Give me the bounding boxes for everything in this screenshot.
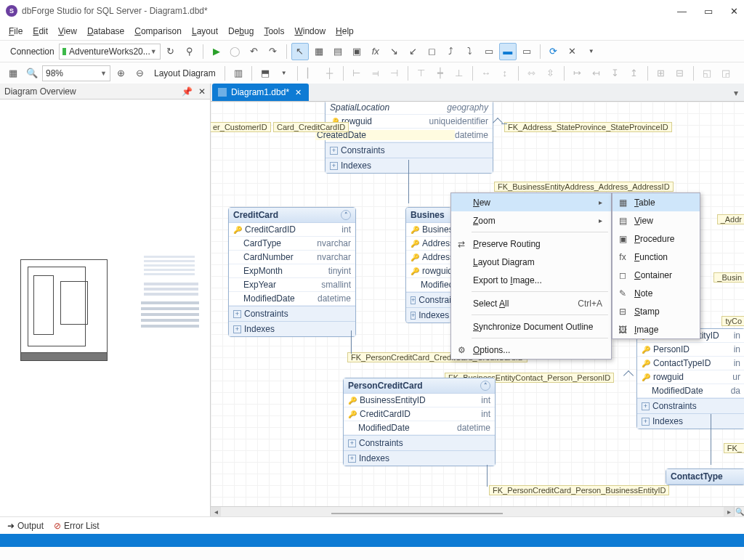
align-v2-icon[interactable]: ┿ [432, 65, 449, 82]
output-tab[interactable]: ➜Output [7, 521, 44, 531]
relation2-tool-icon[interactable]: ↙ [405, 43, 422, 60]
delete-icon[interactable]: ✕ [564, 43, 581, 60]
align-v1-icon[interactable]: ⊤ [413, 65, 430, 82]
stop-icon[interactable]: ◯ [227, 43, 244, 60]
size-w-icon[interactable]: ⇿ [523, 65, 541, 82]
size-h-icon[interactable]: ⇳ [542, 65, 559, 82]
menu-item[interactable]: Export to Image... [451, 271, 611, 289]
menu-item[interactable]: ⇄Preserve Routing [451, 235, 611, 253]
menu-item[interactable]: Zoom▸ [451, 211, 611, 230]
submenu-new[interactable]: ▦Table▤View▣ProcedurefxFunction◻Containe… [612, 192, 700, 339]
entity-business-partial[interactable]: Busines 🔑Business 🔑Address 🔑Address 🔑row… [405, 207, 452, 323]
menu-help[interactable]: Help [336, 26, 354, 36]
dist-h-icon[interactable]: ↔ [477, 65, 495, 82]
align-h1-icon[interactable]: ⊢ [348, 65, 365, 82]
menu-window[interactable]: Window [294, 26, 326, 36]
menu-debug[interactable]: Debug [228, 26, 254, 36]
order1-icon[interactable]: ◱ [698, 65, 716, 82]
zoom-dropdown[interactable]: 98% ▼ [42, 65, 110, 81]
sp1-icon[interactable]: ↦ [569, 65, 586, 82]
menu-file[interactable]: File [9, 26, 23, 36]
stamp-tool-icon[interactable]: ▭ [518, 43, 535, 60]
search-icon[interactable]: 🔍 [23, 65, 41, 82]
entity-contacttype[interactable]: ContactType [666, 468, 744, 485]
order2-icon[interactable]: ◲ [717, 65, 735, 82]
plug-icon[interactable]: ⚲ [181, 43, 198, 60]
image-tool-icon[interactable]: ▭ [480, 43, 498, 60]
error-list-tab[interactable]: ⊘Error List [54, 521, 100, 531]
close-tab-icon[interactable]: ✕ [294, 88, 303, 97]
align-center-icon[interactable]: ┼ [321, 65, 339, 82]
menu-item[interactable]: ▤View [612, 211, 700, 230]
orient1-icon[interactable]: ⬒ [256, 65, 274, 82]
expand-icon[interactable]: + [330, 147, 338, 155]
zoom-in-icon[interactable]: ⊕ [112, 65, 129, 82]
menu-item[interactable]: ⚙Options... [451, 341, 611, 359]
menu-view[interactable]: View [58, 26, 77, 36]
container-tool-icon[interactable]: ◻ [424, 43, 441, 60]
menu-item[interactable]: ⊟Stamp [612, 302, 700, 320]
maximize-button[interactable]: ▭ [704, 6, 713, 17]
context-menu[interactable]: New▸Zoom▸⇄Preserve RoutingLayout Diagram… [450, 192, 612, 360]
entity-creditcard[interactable]: CreditCard˄ 🔑CreditCardIDint CardTypenva… [228, 207, 356, 337]
delete-dd-icon[interactable]: ▼ [583, 43, 600, 60]
menu-item[interactable]: 🖼Image [612, 320, 700, 338]
scroll-left-icon[interactable]: ◂ [211, 507, 221, 517]
table-tool-icon[interactable]: ▦ [310, 43, 328, 60]
sp4-icon[interactable]: ↥ [626, 65, 643, 82]
menu-edit[interactable]: Edit [33, 26, 48, 36]
minimize-button[interactable]: — [677, 6, 687, 17]
align-left-icon[interactable]: ▏ [302, 65, 320, 82]
tab-menu-icon[interactable]: ▾ [728, 85, 744, 101]
menu-database[interactable]: Database [87, 26, 124, 36]
menu-item[interactable]: ✎Note [612, 284, 700, 302]
align-h3-icon[interactable]: ⊣ [386, 65, 403, 82]
grid-icon[interactable]: ▦ [4, 65, 22, 82]
func-tool-icon[interactable]: fx [367, 43, 384, 60]
expand-icon[interactable]: + [233, 325, 241, 333]
align-v3-icon[interactable]: ⊥ [450, 65, 468, 82]
menu-tools[interactable]: Tools [264, 26, 284, 36]
view-tool-icon[interactable]: ▤ [329, 43, 347, 60]
scroll-right-icon[interactable]: ▸ [724, 507, 734, 517]
expand-icon[interactable]: + [233, 310, 241, 318]
menu-item[interactable]: ◻Container [612, 266, 700, 284]
menu-item[interactable]: ▦Table [612, 193, 700, 211]
close-button[interactable]: ✕ [730, 6, 738, 17]
pin-icon[interactable]: 📌 [182, 86, 193, 97]
sync-icon[interactable]: ⟳ [545, 43, 562, 60]
menu-layout[interactable]: Layout [192, 26, 218, 36]
menu-item[interactable]: ▣Procedure [612, 230, 700, 248]
horizontal-scrollbar[interactable]: ◂ ▸ [211, 506, 734, 516]
export-tool-icon[interactable]: ⤴ [442, 43, 460, 60]
menu-comparison[interactable]: Comparison [134, 26, 182, 36]
close-panel-icon[interactable]: ✕ [198, 86, 206, 97]
expand-icon[interactable]: + [330, 162, 338, 170]
collapse-icon[interactable]: ˄ [480, 381, 490, 391]
entity-personcreditcard[interactable]: PersonCreditCard˄ 🔑BusinessEntityIDint 🔑… [343, 378, 496, 466]
entity-address-partial[interactable]: SpatialLocationgeography 🔑rowguiduniquei… [325, 101, 493, 174]
relation-tool-icon[interactable]: ↘ [386, 43, 403, 60]
layout-diagram-button[interactable]: Layout Diagram [150, 68, 220, 78]
menu-item[interactable]: Select AllCtrl+A [451, 294, 611, 312]
sp6-icon[interactable]: ⊟ [671, 65, 689, 82]
sp2-icon[interactable]: ↤ [588, 65, 605, 82]
connection-dropdown[interactable]: AdventureWorks20... ▼ [59, 44, 161, 60]
align-h2-icon[interactable]: ⫤ [367, 65, 384, 82]
zoom-corner-icon[interactable]: 🔍 [734, 506, 744, 516]
zoom-out-icon[interactable]: ⊖ [131, 65, 148, 82]
doc-tab-active[interactable]: Diagram1.dbd* ✕ [212, 84, 309, 101]
menu-item[interactable]: fxFunction [612, 248, 700, 266]
collapse-icon[interactable]: ˄ [341, 210, 351, 220]
run-icon[interactable]: ▶ [208, 43, 225, 60]
overview-canvas[interactable] [0, 100, 210, 516]
refresh-connection-icon[interactable]: ↻ [162, 43, 179, 60]
proc-tool-icon[interactable]: ▣ [348, 43, 365, 60]
note-tool-icon[interactable]: ▬ [499, 43, 517, 60]
scroll-thumb[interactable] [331, 513, 502, 514]
sp5-icon[interactable]: ⊞ [652, 65, 670, 82]
menu-item[interactable]: Layout Diagram [451, 253, 611, 271]
menu-item[interactable]: New▸ [451, 193, 611, 211]
orient1dd-icon[interactable]: ▼ [275, 65, 293, 82]
entity-contact-partial[interactable]: 🔑BusinessEntityIDin 🔑PersonIDin 🔑Contact… [636, 328, 744, 429]
